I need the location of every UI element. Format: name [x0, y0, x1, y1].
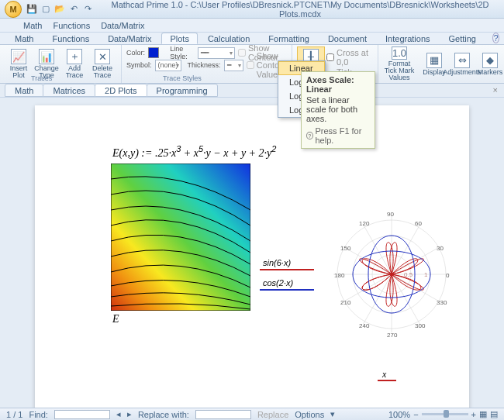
polar-tick-330: 330 [437, 299, 447, 306]
trace-sin: sin(6·x) [260, 256, 314, 270]
replace-input[interactable] [195, 410, 251, 419]
x-axis-label: x [382, 369, 386, 380]
zoom-value: 100% [388, 410, 410, 419]
polar-tick-120: 120 [359, 220, 369, 227]
ribbon-tab-integrations[interactable]: Integrations [377, 33, 438, 44]
polar-tick-150: 150 [340, 245, 350, 252]
group-tracestyles: Trace Styles [163, 74, 202, 82]
polar-tick-90: 90 [387, 211, 394, 218]
ws-tab-math[interactable]: Math [5, 84, 43, 97]
polar-tick-270: 270 [387, 332, 397, 339]
polar-tick-0: 0 [446, 272, 449, 279]
view-mode-2-icon[interactable]: ▤ [490, 409, 498, 419]
zoom-in-icon[interactable]: + [471, 410, 476, 419]
scale-tooltip: Axes Scale: Linear Set a linear scale fo… [301, 71, 375, 149]
polar-tick-180: 180 [334, 272, 344, 279]
ribbon-tab-datamatrix[interactable]: Data/Matrix [99, 33, 160, 44]
menu-datamatrix[interactable]: Data/Matrix [101, 21, 144, 30]
trace-cos: cos(2·x) [260, 277, 314, 291]
polar-tick-240: 240 [359, 322, 369, 329]
zoom-slider[interactable] [422, 413, 468, 415]
contour-label: E [112, 313, 119, 325]
color-swatch[interactable] [148, 47, 159, 58]
replace-label: Replace with: [138, 410, 189, 419]
ribbon-tab-document[interactable]: Document [319, 33, 375, 44]
find-label: Find: [29, 410, 47, 419]
polar-r-1: 1 [424, 271, 427, 278]
thickness-select[interactable]: ━ [224, 60, 243, 71]
polar-tick-210: 210 [340, 299, 350, 306]
trace-labels[interactable]: sin(6·x) cos(2·x) [260, 256, 314, 297]
thickness-label: Thickness: [188, 61, 221, 69]
polar-tick-60: 60 [415, 220, 422, 227]
polar-tick-300: 300 [415, 322, 425, 329]
ribbon-tab-functions[interactable]: Functions [43, 33, 98, 44]
ws-tab-2dplots[interactable]: 2D Plots [95, 84, 147, 97]
format-tick-button[interactable]: 1.0Format Tick Mark Values [378, 45, 420, 83]
ws-tab-matrices[interactable]: Matrices [43, 84, 95, 97]
page-indicator: 1 / 1 [6, 410, 22, 419]
worksheet-page[interactable]: E(x,y) := .25·x3 + x5·y − x + y + 2·y2 E… [35, 105, 469, 408]
contour-plot[interactable] [111, 164, 250, 311]
find-prev-icon[interactable]: ◂ [116, 409, 121, 419]
linestyle-select[interactable]: ━━ [198, 47, 235, 59]
ribbon-tab-plots[interactable]: Plots [161, 33, 197, 44]
view-mode-1-icon[interactable]: ▦ [479, 409, 487, 419]
open-icon[interactable]: 📂 [54, 4, 65, 15]
color-label: Color: [126, 49, 145, 57]
polar-plot[interactable] [330, 212, 454, 336]
redo-icon[interactable]: ↷ [82, 4, 93, 15]
options-button[interactable]: Options [295, 410, 324, 419]
save-icon[interactable]: 💾 [26, 4, 37, 15]
ribbon-tab-math[interactable]: Math [6, 33, 42, 44]
new-icon[interactable]: ▢ [40, 4, 51, 15]
display-button[interactable]: ▦Display [420, 45, 448, 83]
adjustments-button[interactable]: ⇔Adjustments [448, 45, 476, 83]
zoom-out-icon[interactable]: − [413, 410, 418, 419]
ribbon-tab-gettingstarted[interactable]: Getting Started [440, 33, 491, 44]
polar-r-05: 0.5 [404, 271, 413, 278]
replace-button[interactable]: Replace [257, 410, 288, 419]
formula-E[interactable]: E(x,y) := .25·x3 + x5·y − x + y + 2·y2 [112, 144, 276, 160]
find-next-icon[interactable]: ▸ [127, 409, 132, 419]
ws-close-icon[interactable]: × [493, 85, 498, 95]
find-input[interactable] [54, 410, 110, 419]
window-title: Mathcad Prime 1.0 - C:\User Profiles\DBr… [101, 0, 499, 19]
linestyle-label: Line Style: [170, 45, 195, 60]
cross-check[interactable]: Cross at 0,0 [326, 48, 371, 67]
menu-math[interactable]: Math [23, 21, 42, 30]
ribbon-tab-formatting[interactable]: Formatting [260, 33, 318, 44]
add-trace-button[interactable]: ＋Add Trace [60, 46, 88, 81]
menu-functions[interactable]: Functions [53, 21, 90, 30]
undo-icon[interactable]: ↶ [68, 4, 79, 15]
insert-plot-button[interactable]: 📈Insert Plot [5, 46, 33, 81]
help-icon[interactable]: ? [492, 33, 499, 43]
symbol-select[interactable]: (none) [155, 60, 181, 71]
markers-button[interactable]: ◆Markers [476, 45, 504, 83]
menu-bar: Math Functions Data/Matrix [0, 19, 504, 33]
polar-tick-30: 30 [437, 245, 444, 252]
ws-tab-programming[interactable]: Programming [147, 84, 218, 97]
delete-trace-button[interactable]: ✕Delete Trace [88, 46, 116, 81]
x-axis-trace-indicator [378, 380, 396, 381]
symbol-label: Symbol: [126, 61, 152, 69]
group-traces: Traces [31, 74, 52, 82]
options-chevron-icon[interactable]: ▾ [330, 409, 335, 419]
app-button[interactable]: M [5, 1, 22, 18]
ribbon-tab-calculation[interactable]: Calculation [199, 33, 258, 44]
